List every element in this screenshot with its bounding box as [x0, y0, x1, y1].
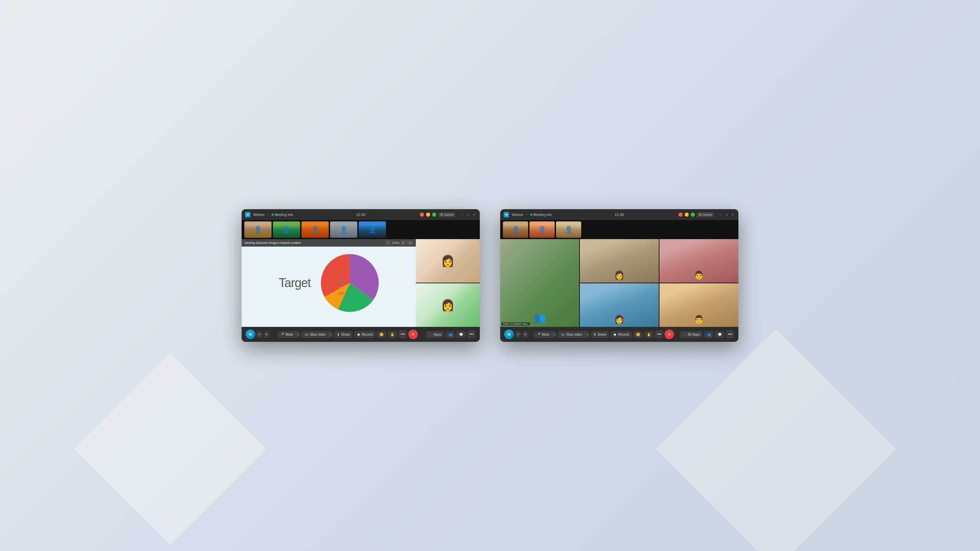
hand-icon-right: ✋ — [647, 333, 651, 337]
participants-btn-left[interactable]: 👥 — [445, 331, 455, 338]
mute-dropdown-left[interactable]: ▾ — [296, 331, 300, 338]
participant-thumb-1[interactable] — [244, 221, 272, 238]
more-options-left[interactable]: ••• — [467, 330, 476, 338]
emoji-icon-right: 😊 — [636, 333, 640, 337]
record-btn-right[interactable]: ⏺ Record — [611, 331, 632, 338]
activity-menu-right[interactable]: ≡ — [515, 331, 521, 338]
reactions-btn-right[interactable]: ▾ — [522, 331, 528, 338]
grid-cell-bot-mid: 👩 — [580, 283, 659, 327]
more-btn-right[interactable]: ••• — [655, 330, 663, 338]
legend-13: 13% — [338, 286, 344, 289]
share-btn-left[interactable]: ⬆ Share — [334, 331, 353, 338]
close-btn-left[interactable]: × — [472, 212, 476, 217]
layout-btn-left[interactable]: ⊞ Layout — [438, 212, 455, 217]
participant-thumb-r1[interactable] — [503, 221, 528, 238]
traffic-light-red-left[interactable] — [420, 213, 424, 217]
left-time: 12:40 — [356, 213, 366, 217]
video-dropdown-right[interactable]: ▾ — [585, 331, 589, 338]
participant-thumb-5[interactable] — [359, 221, 386, 238]
pie-label: Target — [279, 276, 311, 290]
record-btn-left[interactable]: ⏺ Record — [354, 331, 375, 338]
mute-dropdown-right[interactable]: ▾ — [552, 331, 556, 338]
video-thumb-bottom: 👩 — [416, 283, 480, 327]
traffic-light-yellow-left[interactable] — [426, 213, 430, 217]
fit-btn[interactable]: ⤢ — [407, 240, 413, 245]
right-title-bar-left: W Webex • Meeting info — [504, 212, 676, 218]
apps-icon-right: ⬛ — [682, 333, 686, 337]
right-title-bar: W Webex • Meeting info 12:40 ⊞ Layout — [500, 209, 738, 220]
share-icon-right: ⬆ — [593, 333, 596, 337]
more-options-right[interactable]: ••• — [726, 330, 734, 338]
emoji-btn-right[interactable]: 😊 — [633, 331, 643, 338]
legend-12: 12% — [338, 292, 344, 295]
chat-btn-left[interactable]: 💬 — [456, 331, 466, 338]
left-title-bar-left: W Webex • Meeting info — [245, 212, 417, 218]
reactions-icon-btn-left[interactable]: ✋ — [388, 331, 397, 338]
left-main-content: Viewing Giacomo Drago's shared content −… — [242, 239, 480, 327]
apps-btn-left[interactable]: ⬛ Apps — [426, 331, 444, 338]
webex-status-icon-right: W — [504, 330, 514, 339]
right-app-title: Webex — [512, 213, 523, 217]
meeting-info-dot — [272, 214, 274, 216]
webex-logo-right: W — [504, 212, 509, 218]
emoji-icon-left: 😊 — [379, 333, 383, 337]
chat-btn-right[interactable]: 💬 — [715, 331, 724, 338]
end-call-btn-left[interactable]: ✕ — [408, 330, 418, 339]
maximize-btn-left[interactable]: □ — [466, 212, 470, 217]
zoom-in-btn[interactable]: + — [401, 240, 406, 245]
zoom-out-btn[interactable]: − — [385, 240, 390, 245]
participant-thumb-4[interactable] — [330, 221, 357, 238]
participants-btn-right[interactable]: 👥 — [704, 331, 714, 338]
left-meeting-info[interactable]: Meeting info — [272, 213, 293, 217]
left-app-title: Webex — [253, 213, 265, 217]
video-thumb-top: 👩 — [416, 239, 480, 283]
traffic-light-green-right[interactable] — [691, 213, 695, 217]
close-btn-right[interactable]: × — [730, 212, 735, 217]
mute-btn-left[interactable]: 🎤 Mute — [277, 331, 296, 338]
right-meeting-info[interactable]: Meeting info — [530, 213, 552, 217]
activity-menu-left[interactable]: ≡ — [256, 331, 262, 338]
record-icon-left: ⏺ — [357, 333, 360, 337]
mute-icon-left: 🎤 — [280, 333, 284, 337]
left-title-right: ⊞ Layout − □ × — [420, 212, 476, 217]
mute-group-left: 🎤 Mute ▾ — [277, 331, 300, 338]
more-btn-left[interactable]: ••• — [398, 330, 407, 338]
grid-cell-bot-right: 👨 — [659, 283, 738, 327]
reactions-icon-btn-right[interactable]: ✋ — [644, 331, 654, 338]
left-control-bar: W ≡ ▾ 🎤 Mute ▾ 📹 Stop video ▾ ⬆ S — [242, 327, 480, 342]
left-title-bar: W Webex • Meeting info 12:40 ⊞ Layout — [242, 209, 480, 220]
participants-icon-left: 👥 — [448, 333, 452, 337]
layout-btn-right[interactable]: ⊞ Layout — [697, 212, 714, 217]
emoji-btn-left[interactable]: 😊 — [377, 331, 386, 338]
chat-icon-right: 💬 — [718, 333, 722, 337]
share-btn-right[interactable]: ⬆ Share — [591, 331, 609, 338]
end-call-btn-right[interactable]: ✕ — [665, 330, 674, 339]
grid-cell-top-mid: 👩 — [580, 239, 659, 283]
traffic-light-red-right[interactable] — [679, 213, 682, 217]
stop-video-btn-right[interactable]: 📹 Stop video — [558, 331, 585, 338]
apps-btn-right[interactable]: ⬛ 85 Apps — [679, 331, 703, 338]
participant-thumb-r3[interactable] — [556, 221, 581, 238]
participant-thumb-r2[interactable] — [530, 221, 555, 238]
layout-icon-right: ⊞ — [699, 213, 702, 216]
apps-icon-left: ⬛ — [428, 333, 433, 337]
participant-thumb-2[interactable] — [273, 221, 300, 238]
grid-cell-top-right: 👨 — [659, 239, 738, 283]
legend-41: 41% — [338, 275, 344, 279]
webex-logo-left: W — [245, 212, 250, 218]
maximize-btn-right[interactable]: □ — [724, 212, 729, 217]
video-dropdown-left[interactable]: ▾ — [328, 331, 333, 338]
minimize-btn-right[interactable]: − — [718, 212, 723, 217]
zoom-control: − 100% + ⤢ — [385, 240, 413, 245]
participant-thumb-3[interactable] — [301, 221, 329, 238]
stop-video-btn-left[interactable]: 📹 Stop video — [301, 331, 328, 338]
reactions-btn-left[interactable]: ▾ — [264, 331, 269, 338]
hand-icon-left: ✋ — [390, 333, 395, 337]
record-icon-right: ⏺ — [613, 333, 617, 337]
traffic-light-yellow-right[interactable] — [685, 213, 689, 217]
minimize-btn-left[interactable]: − — [460, 212, 464, 217]
participants-icon-right: 👥 — [707, 333, 711, 337]
mute-btn-right[interactable]: 🎤 Mute — [533, 331, 552, 338]
traffic-light-green-left[interactable] — [432, 213, 436, 217]
shared-screen-toolbar: Viewing Giacomo Drago's shared content −… — [242, 239, 416, 246]
